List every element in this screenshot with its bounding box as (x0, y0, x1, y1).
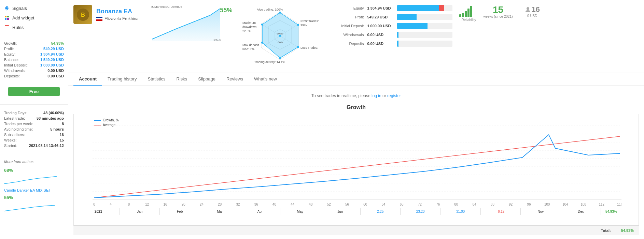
svg-text:0: 0 (93, 203, 95, 206)
signal-name[interactable]: Bonanza EA (96, 8, 138, 15)
trading-days-stat: Trading Days: 48 (46.60%) (0, 110, 68, 116)
register-link[interactable]: register (387, 93, 401, 98)
profit-value: 549.29 USD (43, 47, 64, 51)
tab-whats-new[interactable]: What's new (249, 73, 282, 86)
legend-average-label: Average (103, 123, 115, 127)
svg-text:load: 7%: load: 7% (242, 47, 254, 51)
svg-rect-5 (5, 25, 9, 26)
subscribers-label: 0 USD (525, 14, 540, 18)
flag-icon (96, 17, 102, 21)
equity-value: 1 304.94 USD (40, 52, 64, 56)
initial-deposit-stat: Initial Deposit: 1 000.00 USD (0, 62, 68, 68)
legend-growth-label: Growth, % (103, 118, 119, 122)
svg-text:Algo trading: 100%: Algo trading: 100% (257, 8, 283, 11)
withdrawals-label: Withdrawals: (4, 69, 26, 73)
svg-text:44: 44 (291, 203, 294, 206)
svg-text:1:500: 1:500 (213, 38, 221, 42)
jul-value: 2:25 (361, 208, 401, 215)
mini-chart-2 (4, 201, 59, 212)
weeks-section: 15 weeks (since 2021) (483, 5, 513, 18)
rel-bar-5 (470, 6, 472, 17)
started-label: Started: (4, 144, 17, 148)
svg-text:ICMarketsSC-Demo06: ICMarketsSC-Demo06 (151, 5, 182, 9)
trades-per-week-value: 8 (62, 122, 64, 126)
svg-text:4: 4 (110, 203, 112, 206)
sidebar-item-signals[interactable]: Signals (0, 3, 68, 13)
more-from-author-title: More from author: (0, 157, 68, 166)
add-widget-label: Add widget (12, 15, 34, 20)
deposits-bar-label: Deposits (323, 42, 364, 46)
legend-growth-color (94, 120, 101, 121)
svg-text:60: 60 (363, 203, 367, 206)
chart-legend: Growth, % Average (94, 118, 119, 127)
tab-risks[interactable]: Risks (171, 73, 193, 86)
radar-chart-area: Algo trading: 100% Profit Trades: 99% Lo… (241, 5, 319, 68)
sidebar-item-rules[interactable]: Rules (0, 23, 68, 32)
mini-growth-chart: ICMarketsSC-Demo06 1:500 (149, 5, 224, 43)
svg-point-22 (279, 12, 281, 14)
svg-text:Trading activity: 14.1%: Trading activity: 14.1% (254, 60, 285, 64)
equity-bar-row: Equity 1 304.94 USD (323, 5, 452, 11)
initial-deposit-bar-container (397, 23, 452, 29)
sidebar-item-add-widget[interactable]: Add widget (0, 13, 68, 23)
svg-text:28: 28 (218, 203, 222, 206)
profit-bar-label: Profit (323, 15, 364, 19)
realtime-or: or (382, 93, 386, 98)
jun-label: Jun (320, 208, 360, 215)
profit-bar-fill (397, 14, 417, 20)
profit-label: Profit: (4, 47, 14, 51)
svg-text:B: B (81, 12, 85, 18)
legend-average-color (94, 125, 101, 125)
equity-bar-container (397, 5, 452, 11)
mini-signal-2[interactable]: 55% (0, 194, 68, 201)
svg-text:24: 24 (200, 203, 204, 206)
rules-label: Rules (12, 25, 24, 30)
weeks-number: 15 (483, 5, 513, 15)
total-value: 54.93% (616, 227, 639, 234)
trading-days-value: 48 (46.60%) (43, 111, 64, 115)
svg-text:8: 8 (128, 203, 130, 206)
mini-signal-1[interactable]: 68% (0, 166, 68, 174)
initial-deposit-bar-label: Initial Deposit (323, 24, 364, 28)
mini-chart-1 (4, 174, 59, 184)
svg-text:drawdown:: drawdown: (242, 25, 257, 29)
log-in-link[interactable]: log in (372, 93, 381, 98)
tab-slippage[interactable]: Slippage (193, 73, 221, 86)
svg-text:-50%: -50% (277, 41, 283, 44)
subscribers-label: Subscribers: (4, 133, 25, 137)
deposits-bar-container (397, 41, 452, 47)
svg-rect-2 (7, 16, 9, 17)
initial-deposit-bar-value: 1 000.00 USD (367, 24, 394, 28)
tab-account[interactable]: Account (73, 73, 102, 86)
svg-text:68: 68 (400, 203, 404, 206)
may-label: May (280, 208, 320, 215)
feb-label: Feb (160, 208, 200, 215)
tab-trading-history[interactable]: Trading history (102, 73, 142, 86)
reliability-section: Reliability 15 weeks (since 2021) 16 0 U… (459, 5, 540, 22)
realtime-notice: To see trades in realtime, please log in… (73, 91, 639, 101)
deposits-bar-value: 0.00 USD (367, 42, 394, 46)
weeks-label: Weeks: (4, 138, 16, 142)
svg-rect-1 (5, 16, 6, 17)
sidebar: Signals Add widget Rules Growth: 54.93% … (0, 0, 68, 239)
svg-point-40 (527, 7, 529, 10)
subscribers-value: 16 (60, 133, 64, 137)
signal1-name[interactable]: Candle Banker EA MIX SET (4, 188, 51, 192)
apr-label: Apr (240, 208, 280, 215)
total-label: Total: (596, 227, 616, 234)
avg-holding-label: Avg holding time: (4, 127, 33, 131)
svg-text:Profit Trades:: Profit Trades: (300, 19, 319, 23)
svg-text:12: 12 (145, 203, 149, 206)
top-section: B Bonanza EA Elizaveta Erokhina (68, 0, 644, 73)
initial-deposit-value: 1 000.00 USD (40, 63, 64, 67)
tab-statistics[interactable]: Statistics (142, 73, 171, 86)
mini-signal-1-name[interactable]: Candle Banker EA MIX SET (0, 187, 68, 194)
svg-text:100%: 100% (277, 32, 283, 35)
deposits-bar-row: Deposits 0.00 USD (323, 41, 452, 47)
free-button[interactable]: Free (8, 87, 60, 96)
dec-label: Dec (561, 208, 601, 215)
balance-value: 1 549.29 USD (40, 58, 64, 62)
subscribers-icon (525, 6, 531, 13)
tab-reviews[interactable]: Reviews (221, 73, 249, 86)
avg-holding-value: 5 hours (50, 127, 64, 131)
